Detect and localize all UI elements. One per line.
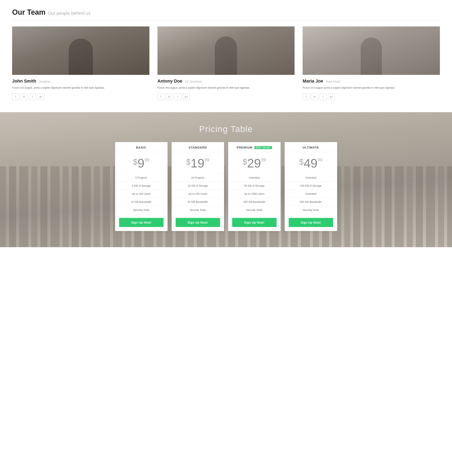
feature-ultimate-4: Security Suite — [285, 206, 337, 214]
price-amount-basic: 9 — [138, 156, 144, 170]
team-card-maria: Maria Joe Team Head Fusce orci augue, po… — [303, 26, 440, 100]
pricing-card-premium: PREMIUM BEST VALUE! $2999 Unlimited 50 G… — [228, 142, 281, 231]
pricing-card-ultimate: ULTIMATE $4999 Unlimited 150 GB of Stora… — [285, 142, 337, 231]
team-role-john: Designer — [39, 80, 50, 83]
googleplus-icon-maria[interactable]: g+ — [328, 93, 335, 100]
signup-button-premium[interactable]: Sign Up Now! — [232, 218, 277, 227]
googleplus-icon-john[interactable]: g+ — [38, 93, 44, 100]
price-dollar-ultimate: $ — [299, 157, 304, 166]
price-cents-ultimate: 99 — [318, 157, 322, 163]
team-role-maria: Team Head — [326, 80, 340, 83]
twitter-icon-john[interactable]: t — [29, 93, 36, 100]
feature-premium-0: Unlimited — [228, 174, 281, 182]
feature-basic-3: 10 GB Bandwidth — [115, 198, 167, 206]
feature-premium-2: Up to 1000 Users — [228, 190, 281, 198]
team-section: Our Team Our people behind us John Smith… — [0, 0, 452, 112]
feature-ultimate-1: 150 GB of Storage — [285, 182, 337, 190]
signup-button-ultimate[interactable]: Sign Up Now! — [289, 218, 333, 227]
feature-standard-2: Up to 250 Users — [172, 190, 224, 198]
feature-basic-4: Security Suite — [115, 206, 167, 214]
linkedin-icon-john[interactable]: in — [20, 93, 27, 100]
price-cents-premium: 99 — [261, 157, 266, 163]
social-icons-john: f in t g+ — [12, 93, 149, 100]
section-title: Our Team — [12, 8, 46, 17]
pricing-cta-ultimate: Sign Up Now! — [285, 214, 337, 231]
section-header: Our Team Our people behind us — [12, 8, 440, 20]
signup-button-standard[interactable]: Sign Up Now! — [176, 218, 220, 227]
features-premium: Unlimited 50 GB of Storage Up to 1000 Us… — [228, 174, 281, 214]
team-photo-john — [12, 26, 149, 75]
team-photo-antony — [158, 26, 295, 75]
facebook-icon-antony[interactable]: f — [158, 93, 164, 100]
features-standard: 10 Projects 10 GB of Storage Up to 250 U… — [172, 174, 224, 214]
linkedin-icon-antony[interactable]: in — [166, 93, 173, 100]
price-amount-premium: 29 — [247, 156, 261, 170]
feature-standard-1: 10 GB of Storage — [172, 182, 224, 190]
team-name-row-maria: Maria Joe Team Head — [303, 78, 440, 84]
social-icons-maria: f in t g+ — [303, 93, 440, 100]
features-ultimate: Unlimited 150 GB of Storage Unlimited 50… — [285, 174, 337, 214]
signup-button-basic[interactable]: Sign Up Now! — [119, 218, 164, 227]
team-name-antony: Antony Doe — [158, 78, 182, 84]
best-value-badge: BEST VALUE! — [255, 146, 272, 149]
linkedin-icon-maria[interactable]: in — [311, 93, 318, 100]
price-cents-basic: 99 — [145, 157, 149, 163]
feature-basic-0: 5 Projects — [115, 174, 167, 182]
feature-premium-3: 100 GB Bandwidth — [228, 198, 281, 206]
pricing-cta-standard: Sign Up Now! — [172, 214, 224, 231]
feature-basic-2: Up to 100 Users — [115, 190, 167, 198]
price-cents-standard: 99 — [205, 157, 209, 163]
feature-premium-1: 50 GB of Storage — [228, 182, 281, 190]
plan-name-premium: PREMIUM BEST VALUE! — [228, 142, 281, 152]
pricing-price-standard: $1999 — [172, 152, 224, 174]
twitter-icon-maria[interactable]: t — [319, 93, 326, 100]
plan-name-standard: STANDARD — [172, 142, 224, 152]
pricing-cta-basic: Sign Up Now! — [115, 214, 167, 231]
feature-standard-0: 10 Projects — [172, 174, 224, 182]
price-amount-ultimate: 49 — [304, 156, 318, 170]
pricing-card-standard: STANDARD $1999 10 Projects 10 GB of Stor… — [172, 142, 224, 231]
feature-ultimate-3: 500 GB Bandwidth — [285, 198, 337, 206]
pricing-title-wrap: Pricing Table — [8, 124, 444, 134]
social-icons-antony: f in t g+ — [158, 93, 295, 100]
section-subtitle: Our people behind us — [48, 11, 90, 16]
googleplus-icon-antony[interactable]: g+ — [183, 93, 190, 100]
pricing-grid: BASIC $999 5 Projects 5 GB of Storage Up… — [115, 142, 337, 231]
feature-basic-1: 5 GB of Storage — [115, 182, 167, 190]
pricing-title: Pricing Table — [8, 124, 444, 134]
team-name-maria: Maria Joe — [303, 78, 323, 84]
team-name-john: John Smith — [12, 78, 36, 84]
feature-standard-3: 25 GB Bandwidth — [172, 198, 224, 206]
feature-standard-4: Security Suite — [172, 206, 224, 214]
pricing-cta-premium: Sign Up Now! — [228, 214, 281, 231]
facebook-icon-john[interactable]: f — [12, 93, 19, 100]
plan-name-ultimate: ULTIMATE — [285, 142, 337, 152]
team-bio-antony: Fusce orci augue, porta a sapien digniss… — [158, 86, 295, 90]
price-dollar-premium: $ — [243, 157, 247, 166]
team-bio-john: Fusce orci augue, porta a sapien digniss… — [12, 86, 149, 90]
team-grid: John Smith Designer Fusce orci augue, po… — [12, 26, 440, 100]
team-name-row-john: John Smith Designer — [12, 78, 149, 84]
team-photo-maria — [303, 26, 440, 75]
team-card-antony: Antony Doe UX Developer Fusce orci augue… — [158, 26, 295, 100]
pricing-price-ultimate: $4999 — [285, 152, 337, 174]
price-amount-standard: 19 — [191, 156, 205, 170]
team-card-john: John Smith Designer Fusce orci augue, po… — [12, 26, 149, 100]
team-name-row-antony: Antony Doe UX Developer — [158, 78, 295, 84]
feature-ultimate-0: Unlimited — [285, 174, 337, 182]
facebook-icon-maria[interactable]: f — [303, 93, 309, 100]
price-dollar-standard: $ — [186, 157, 191, 166]
team-bio-maria: Fusce orci augue, porta a sapien digniss… — [303, 86, 440, 90]
plan-name-basic: BASIC — [115, 142, 167, 152]
pricing-card-basic: BASIC $999 5 Projects 5 GB of Storage Up… — [115, 142, 167, 231]
twitter-icon-antony[interactable]: t — [174, 93, 181, 100]
pricing-price-premium: $2999 — [228, 152, 281, 174]
team-role-antony: UX Developer — [185, 80, 202, 83]
pricing-price-basic: $999 — [115, 152, 167, 174]
pricing-section: Pricing Table BASIC $999 5 Projects 5 GB… — [0, 112, 452, 247]
features-basic: 5 Projects 5 GB of Storage Up to 100 Use… — [115, 174, 167, 214]
feature-premium-4: Security Suite — [228, 206, 281, 214]
price-dollar-basic: $ — [133, 157, 138, 166]
feature-ultimate-2: Unlimited — [285, 190, 337, 198]
